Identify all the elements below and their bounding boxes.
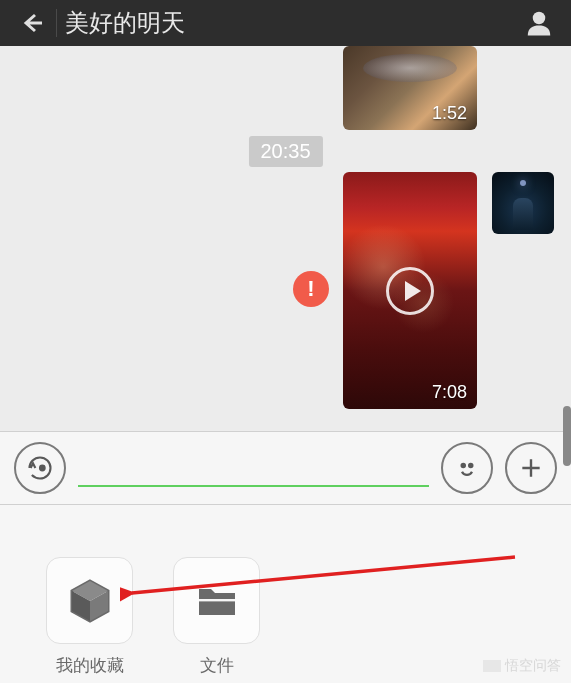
video-duration-2: 7:08 [432, 382, 467, 403]
cube-icon [66, 577, 114, 625]
header-divider [56, 9, 57, 37]
favorites-label: 我的收藏 [56, 654, 124, 677]
scrollbar[interactable] [563, 406, 571, 466]
watermark-logo-icon [483, 660, 501, 672]
svg-rect-4 [199, 599, 235, 601]
video-message-1[interactable]: 1:52 [343, 46, 477, 130]
chat-messages-area[interactable]: 1:52 20:35 ! 7:08 [0, 46, 571, 431]
message-input-bar [0, 431, 571, 505]
favorites-attachment[interactable]: 我的收藏 [46, 557, 133, 677]
watermark-text: 悟空问答 [505, 657, 561, 675]
watermark: 悟空问答 [483, 657, 561, 675]
timestamp-label: 20:35 [248, 136, 322, 167]
svg-point-3 [469, 464, 472, 467]
video-thumbnail-1: 1:52 [343, 46, 477, 130]
sender-avatar[interactable] [492, 172, 554, 234]
smiley-icon [452, 453, 482, 483]
person-icon [524, 8, 554, 38]
chat-header: 美好的明天 [0, 0, 571, 46]
back-arrow-icon [20, 11, 44, 35]
back-button[interactable] [12, 11, 52, 35]
video-thumbnail-2: 7:08 [343, 172, 477, 409]
files-attachment[interactable]: 文件 [173, 557, 260, 677]
files-label: 文件 [200, 654, 234, 677]
video-duration-1: 1:52 [432, 103, 467, 124]
play-icon [386, 267, 434, 315]
message-text-input[interactable] [78, 449, 429, 487]
svg-point-1 [40, 466, 45, 471]
attachment-plus-button[interactable] [505, 442, 557, 494]
contact-info-button[interactable] [519, 8, 559, 38]
chat-title: 美好的明天 [65, 7, 519, 39]
voice-icon [26, 454, 54, 482]
svg-point-2 [462, 464, 465, 467]
files-icon-box [173, 557, 260, 644]
video-message-2[interactable]: 7:08 [343, 172, 477, 409]
voice-input-button[interactable] [14, 442, 66, 494]
favorites-icon-box [46, 557, 133, 644]
plus-icon [518, 455, 544, 481]
send-error-icon[interactable]: ! [293, 271, 329, 307]
attachment-panel: 我的收藏 文件 悟空问答 [0, 505, 571, 683]
svg-point-0 [533, 12, 546, 25]
folder-icon [193, 577, 241, 625]
emoji-button[interactable] [441, 442, 493, 494]
